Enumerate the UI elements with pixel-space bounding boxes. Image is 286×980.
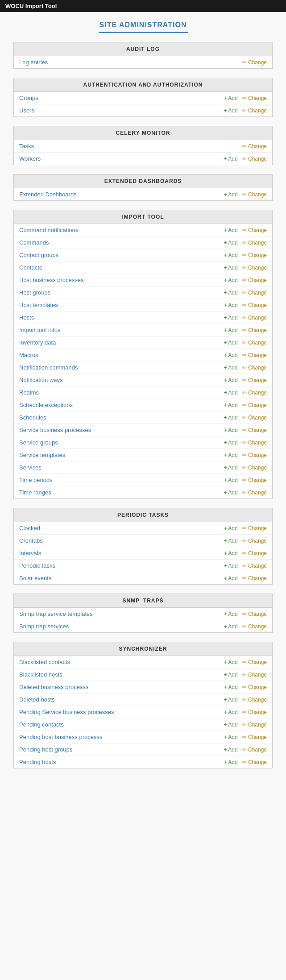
add-link[interactable]: + Add — [224, 252, 238, 258]
row-label[interactable]: Realms — [19, 389, 39, 396]
row-label[interactable]: Blacklisted contacts — [19, 659, 70, 665]
row-label[interactable]: Contacts — [19, 264, 42, 271]
row-label[interactable]: Deleted business processs — [19, 684, 88, 690]
row-label[interactable]: Groups — [19, 95, 38, 101]
add-link[interactable]: + Add — [224, 108, 238, 114]
row-label[interactable]: Inventory data — [19, 339, 56, 346]
change-link[interactable]: ✏ Change — [242, 440, 267, 446]
add-link[interactable]: + Add — [224, 290, 238, 296]
add-link[interactable]: + Add — [224, 390, 238, 396]
add-link[interactable]: + Add — [224, 265, 238, 271]
change-link[interactable]: ✏ Change — [242, 143, 267, 149]
add-link[interactable]: + Add — [224, 302, 238, 308]
change-link[interactable]: ✏ Change — [242, 611, 267, 617]
row-label[interactable]: Schedules — [19, 414, 46, 421]
add-link[interactable]: + Add — [224, 402, 238, 408]
row-label[interactable]: Pending hosts — [19, 759, 56, 765]
change-link[interactable]: ✏ Change — [242, 623, 267, 630]
row-label[interactable]: Extended Dashboards — [19, 191, 77, 198]
row-label[interactable]: Hosts — [19, 314, 34, 321]
row-label[interactable]: Host templates — [19, 302, 58, 308]
change-link[interactable]: ✏ Change — [242, 427, 267, 433]
row-label[interactable]: Tasks — [19, 143, 34, 149]
change-link[interactable]: ✏ Change — [242, 108, 267, 114]
add-link[interactable]: + Add — [224, 525, 238, 532]
change-link[interactable]: ✏ Change — [242, 563, 267, 569]
add-link[interactable]: + Add — [224, 240, 238, 246]
row-label[interactable]: Pending host groups — [19, 746, 72, 753]
add-link[interactable]: + Add — [224, 623, 238, 630]
change-link[interactable]: ✏ Change — [242, 377, 267, 383]
row-label[interactable]: Intervals — [19, 550, 41, 556]
change-link[interactable]: ✏ Change — [242, 402, 267, 408]
change-link[interactable]: ✏ Change — [242, 697, 267, 703]
add-link[interactable]: + Add — [224, 352, 238, 358]
add-link[interactable]: + Add — [224, 415, 238, 421]
change-link[interactable]: ✏ Change — [242, 340, 267, 346]
change-link[interactable]: ✏ Change — [242, 352, 267, 358]
add-link[interactable]: + Add — [224, 575, 238, 581]
change-link[interactable]: ✏ Change — [242, 415, 267, 421]
add-link[interactable]: + Add — [224, 611, 238, 617]
row-label[interactable]: Log entries — [19, 59, 48, 66]
change-link[interactable]: ✏ Change — [242, 538, 267, 544]
row-label[interactable]: Crontabs — [19, 537, 43, 544]
row-label[interactable]: Deleted hosts — [19, 696, 55, 703]
add-link[interactable]: + Add — [224, 550, 238, 556]
row-label[interactable]: Services — [19, 464, 41, 471]
add-link[interactable]: + Add — [224, 365, 238, 371]
add-link[interactable]: + Add — [224, 427, 238, 433]
add-link[interactable]: + Add — [224, 672, 238, 678]
add-link[interactable]: + Add — [224, 734, 238, 740]
add-link[interactable]: + Add — [224, 490, 238, 496]
row-label[interactable]: Schedule exceptions — [19, 402, 73, 408]
change-link[interactable]: ✏ Change — [242, 302, 267, 308]
add-link[interactable]: + Add — [224, 722, 238, 728]
change-link[interactable]: ✏ Change — [242, 227, 267, 233]
add-link[interactable]: + Add — [224, 465, 238, 471]
change-link[interactable]: ✏ Change — [242, 390, 267, 396]
change-link[interactable]: ✏ Change — [242, 722, 267, 728]
change-link[interactable]: ✏ Change — [242, 327, 267, 333]
row-label[interactable]: Service groups — [19, 439, 58, 446]
change-link[interactable]: ✏ Change — [242, 759, 267, 765]
change-link[interactable]: ✏ Change — [242, 365, 267, 371]
row-label[interactable]: Service templates — [19, 452, 65, 458]
add-link[interactable]: + Add — [224, 759, 238, 765]
row-label[interactable]: Snmp trap service templates — [19, 610, 93, 617]
add-link[interactable]: + Add — [224, 452, 238, 458]
add-link[interactable]: + Add — [224, 377, 238, 383]
change-link[interactable]: ✏ Change — [242, 59, 267, 66]
add-link[interactable]: + Add — [224, 156, 238, 162]
row-label[interactable]: Clocked — [19, 525, 40, 532]
row-label[interactable]: Pending Service business processes — [19, 709, 114, 715]
change-link[interactable]: ✏ Change — [242, 156, 267, 162]
change-link[interactable]: ✏ Change — [242, 240, 267, 246]
add-link[interactable]: + Add — [224, 709, 238, 715]
add-link[interactable]: + Add — [224, 277, 238, 283]
change-link[interactable]: ✏ Change — [242, 191, 267, 198]
add-link[interactable]: + Add — [224, 538, 238, 544]
add-link[interactable]: + Add — [224, 697, 238, 703]
row-label[interactable]: Pending contacts — [19, 721, 64, 728]
row-label[interactable]: Time ranges — [19, 489, 51, 496]
add-link[interactable]: + Add — [224, 659, 238, 665]
row-label[interactable]: Command notifications — [19, 227, 78, 233]
add-link[interactable]: + Add — [224, 684, 238, 690]
row-label[interactable]: Pending host business processs — [19, 734, 102, 740]
row-label[interactable]: Time periods — [19, 477, 53, 483]
row-label[interactable]: Workers — [19, 155, 41, 162]
change-link[interactable]: ✏ Change — [242, 734, 267, 740]
change-link[interactable]: ✏ Change — [242, 550, 267, 556]
add-link[interactable]: + Add — [224, 227, 238, 233]
add-link[interactable]: + Add — [224, 747, 238, 753]
change-link[interactable]: ✏ Change — [242, 95, 267, 101]
row-label[interactable]: Notification commands — [19, 364, 78, 371]
change-link[interactable]: ✏ Change — [242, 684, 267, 690]
change-link[interactable]: ✏ Change — [242, 672, 267, 678]
change-link[interactable]: ✏ Change — [242, 477, 267, 483]
change-link[interactable]: ✏ Change — [242, 525, 267, 532]
change-link[interactable]: ✏ Change — [242, 452, 267, 458]
add-link[interactable]: + Add — [224, 315, 238, 321]
row-label[interactable]: Blacklisted hosts — [19, 671, 62, 678]
